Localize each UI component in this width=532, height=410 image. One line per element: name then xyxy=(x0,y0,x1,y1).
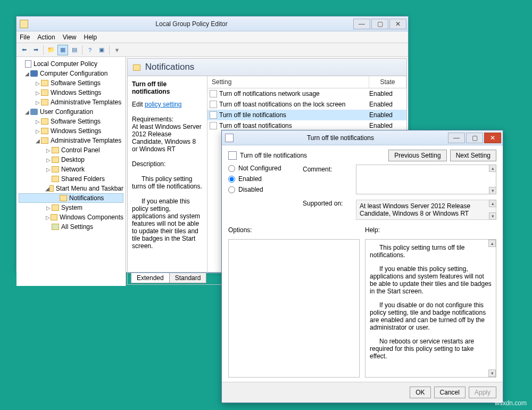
dialog-titlebar[interactable]: Turn off tile notifications — ▢ ✕ xyxy=(222,130,503,145)
tab-standard[interactable]: Standard xyxy=(169,273,207,283)
setting-icon xyxy=(210,111,217,119)
up-button[interactable]: 📁 xyxy=(46,45,56,55)
tree-item[interactable]: ▷System xyxy=(19,203,123,212)
tree-notifications[interactable]: Notifications xyxy=(19,193,123,203)
toolbar: ⬅ ➡ 📁 ▦ ▤ ? ▣ ▼ xyxy=(16,43,408,57)
help-panel[interactable]: This policy setting turns off tile notif… xyxy=(365,239,496,378)
menubar: File Action View Help xyxy=(16,31,408,43)
tree-label: All Settings xyxy=(61,223,93,231)
tree-label: Windows Settings xyxy=(51,89,101,96)
tree-label: Desktop xyxy=(61,156,85,163)
description-p2: If you enable this policy setting, appli… xyxy=(132,198,203,250)
row-text: Turn off notifications network usage xyxy=(219,90,369,97)
edit-policy-link[interactable]: policy setting xyxy=(145,101,181,108)
row-state: Enabled xyxy=(369,122,406,129)
comment-textarea[interactable] xyxy=(356,165,496,194)
apply-button[interactable]: Apply xyxy=(469,387,496,398)
tree-label: Shared Folders xyxy=(61,175,105,183)
maximize-button[interactable]: ▢ xyxy=(371,19,388,29)
dialog-item-label: Turn off tile notifications xyxy=(240,152,307,159)
list-row[interactable]: Turn off toast notifications on the lock… xyxy=(207,99,406,110)
tree-item[interactable]: ▷Software Settings xyxy=(19,78,123,88)
help-p4: No reboots or service restarts are requi… xyxy=(370,338,492,360)
tree-root[interactable]: Local Computer Policy xyxy=(19,59,123,69)
scroll-up-icon[interactable]: ▴ xyxy=(489,165,496,172)
tree-item[interactable]: ▷Network xyxy=(19,165,123,174)
list-row[interactable]: Turn off notifications network usageEnab… xyxy=(207,88,406,99)
tree-start-menu[interactable]: ◢Start Menu and Taskbar xyxy=(19,184,123,193)
setting-icon xyxy=(210,101,217,108)
radio-enabled[interactable]: Enabled xyxy=(228,175,297,183)
col-state[interactable]: State xyxy=(369,76,406,88)
scroll-up-icon[interactable]: ▴ xyxy=(488,240,496,247)
minimize-button[interactable]: — xyxy=(353,19,370,29)
options-panel[interactable] xyxy=(228,239,360,378)
description-label: Description: xyxy=(132,160,203,168)
tree-label: Windows Settings xyxy=(51,127,101,135)
toolbar-btn-3[interactable]: ▤ xyxy=(69,45,80,55)
menu-file[interactable]: File xyxy=(20,34,30,41)
comment-label: Comment: xyxy=(303,165,351,173)
tree-item[interactable]: All Settings xyxy=(19,222,123,232)
tree-item[interactable]: ▷Software Settings xyxy=(19,117,123,126)
list-row[interactable]: Turn off toast notificationsEnabled xyxy=(207,120,406,131)
tree-item[interactable]: ▷Desktop xyxy=(19,155,123,165)
tree-item[interactable]: ▷Windows Components xyxy=(19,212,123,222)
toolbar-btn-4[interactable]: ▣ xyxy=(96,45,107,55)
scroll-down-icon[interactable]: ▾ xyxy=(488,370,496,377)
tree-label: System xyxy=(61,204,82,211)
tree-admin[interactable]: ◢Administrative Templates xyxy=(19,136,123,145)
toolbar-btn-2[interactable]: ▦ xyxy=(57,45,68,55)
description-column: Turn off tile notifications Edit policy … xyxy=(128,76,207,273)
tree-item[interactable]: Shared Folders xyxy=(19,174,123,184)
tree-label: Local Computer Policy xyxy=(34,60,97,68)
scroll-down-icon[interactable]: ▾ xyxy=(489,212,496,220)
tab-extended[interactable]: Extended xyxy=(131,273,170,283)
filter-button[interactable]: ▼ xyxy=(112,45,122,55)
cancel-button[interactable]: Cancel xyxy=(434,387,466,398)
tree-uc[interactable]: ◢User Configuration xyxy=(19,107,123,117)
help-p3: If you disable or do not configure this … xyxy=(370,301,492,331)
dialog-maximize-button[interactable]: ▢ xyxy=(466,133,483,143)
col-setting[interactable]: Setting xyxy=(207,76,369,88)
previous-setting-button[interactable]: Previous Setting xyxy=(388,150,446,161)
ok-button[interactable]: OK xyxy=(410,387,430,398)
tree-label: Notifications xyxy=(69,194,104,202)
window-title: Local Group Policy Editor xyxy=(30,20,353,28)
next-setting-button[interactable]: Next Setting xyxy=(450,150,496,161)
selected-setting-title: Turn off tile notifications xyxy=(132,80,203,95)
row-state: Enabled xyxy=(369,111,406,119)
tree-label: Network xyxy=(61,166,85,173)
requirements-label: Requirements: xyxy=(132,116,203,123)
setting-icon xyxy=(225,134,234,142)
setting-dialog: Turn off tile notifications — ▢ ✕ Turn o… xyxy=(221,130,503,403)
titlebar[interactable]: Local Group Policy Editor — ▢ ✕ xyxy=(16,17,408,31)
dialog-minimize-button[interactable]: — xyxy=(448,133,465,143)
edit-label: Edit xyxy=(132,101,143,108)
scroll-up-icon[interactable]: ▴ xyxy=(489,200,496,207)
row-state: Enabled xyxy=(369,101,406,108)
radio-not-configured[interactable]: Not Configured xyxy=(228,165,297,172)
supported-on-text: At least Windows Server 2012 Release Can… xyxy=(356,200,496,220)
tree-label: Windows Components xyxy=(60,214,123,221)
tree-cc[interactable]: ◢Computer Configuration xyxy=(19,69,123,78)
options-label: Options: xyxy=(228,226,360,234)
dialog-close-button[interactable]: ✕ xyxy=(484,133,501,143)
help-button[interactable]: ? xyxy=(85,45,95,55)
scroll-down-icon[interactable]: ▾ xyxy=(489,187,496,194)
tree-pane[interactable]: Local Computer Policy ◢Computer Configur… xyxy=(16,57,126,286)
tree-item[interactable]: ▷Administrative Templates xyxy=(19,97,123,107)
tree-item[interactable]: ▷Windows Settings xyxy=(19,88,123,97)
menu-help[interactable]: Help xyxy=(84,34,97,41)
tree-item[interactable]: ▷Control Panel xyxy=(19,145,123,155)
setting-icon xyxy=(210,122,217,129)
close-button[interactable]: ✕ xyxy=(389,19,406,29)
tree-item[interactable]: ▷Windows Settings xyxy=(19,126,123,136)
menu-action[interactable]: Action xyxy=(37,34,55,41)
tree-label: User Configuration xyxy=(40,108,93,116)
forward-button[interactable]: ➡ xyxy=(30,45,41,55)
radio-disabled[interactable]: Disabled xyxy=(228,186,297,193)
list-row[interactable]: Turn off tile notificationsEnabled xyxy=(207,110,406,120)
back-button[interactable]: ⬅ xyxy=(19,45,29,55)
menu-view[interactable]: View xyxy=(63,34,77,41)
